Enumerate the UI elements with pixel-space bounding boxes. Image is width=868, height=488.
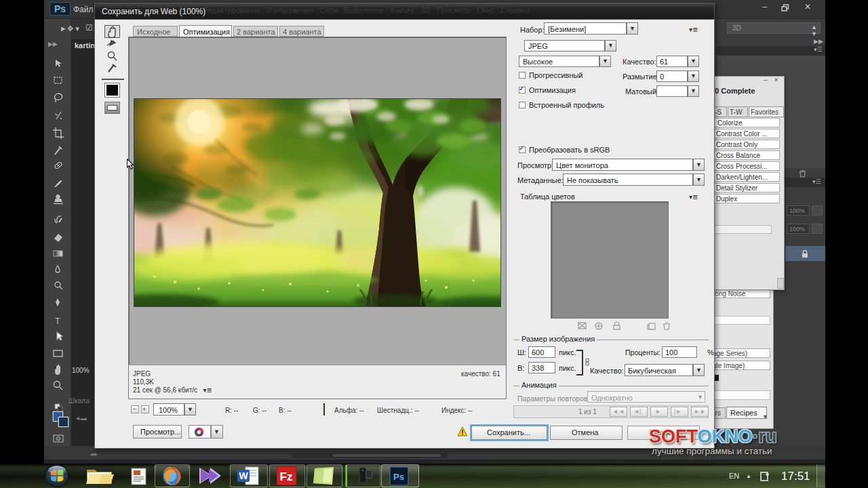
svg-text:W: W [239, 470, 248, 481]
svg-text:T: T [55, 317, 60, 326]
svg-text:Ps: Ps [393, 472, 404, 482]
svg-text:Fz: Fz [280, 470, 293, 483]
